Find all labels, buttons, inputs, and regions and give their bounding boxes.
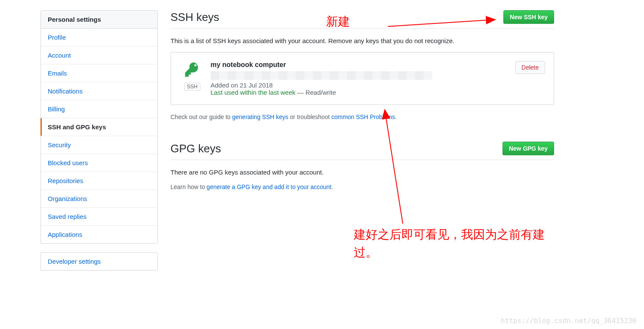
gpg-learn-text: Learn how to generate a GPG key and add … (170, 183, 554, 190)
annotation-built: 建好之后即可看见，我因为之前有建过。 (354, 226, 558, 262)
gpg-description: There are no GPG keys associated with yo… (170, 169, 554, 176)
ssh-key-details: my notebook computer Added on 21 Jul 201… (211, 61, 508, 96)
redacted-fingerprint (211, 71, 432, 80)
ssh-key-icon-column: SSH (182, 61, 203, 90)
sidebar-item-account[interactable]: Account (41, 47, 157, 64)
main-content: SSH keys New SSH key This is a list of S… (158, 10, 567, 279)
sidebar-item-billing[interactable]: Billing (41, 100, 157, 118)
common-ssh-problems-link[interactable]: common SSH Problems (331, 114, 395, 120)
ssh-description: This is a list of SSH keys associated wi… (170, 37, 554, 44)
key-icon (184, 61, 201, 79)
sidebar-item-organizations[interactable]: Organizations (41, 190, 157, 208)
ssh-key-access-mode: Read/write (306, 89, 336, 96)
sidebar-item-repositories[interactable]: Repositories (41, 172, 157, 190)
ssh-key-item: SSH my notebook computer Added on 21 Jul… (170, 52, 554, 105)
sidebar-item-saved-replies[interactable]: Saved replies (41, 208, 157, 226)
sidebar-item-ssh-gpg-keys[interactable]: SSH and GPG keys (41, 118, 157, 136)
ssh-guide-text: Check out our guide to generating SSH ke… (170, 114, 554, 120)
ssh-section-header: SSH keys New SSH key (170, 10, 554, 29)
annotation-arrow-built (381, 108, 407, 228)
sidebar-item-emails[interactable]: Emails (41, 64, 157, 82)
sidebar-item-profile[interactable]: Profile (41, 29, 157, 47)
gpg-section-title: GPG keys (170, 142, 221, 155)
personal-settings-menu: Personal settings Profile Account Emails… (40, 10, 158, 244)
ssh-key-added-date: Added on 21 Jul 2018 (211, 82, 508, 89)
ssh-key-last-used: Last used within the last week — Read/wr… (211, 89, 508, 96)
svg-line-1 (385, 111, 403, 224)
new-gpg-key-button[interactable]: New GPG key (502, 142, 554, 155)
ssh-key-last-used-time: Last used within the last week (211, 89, 295, 96)
ssh-badge: SSH (184, 83, 201, 90)
developer-settings-menu: Developer settings (40, 252, 158, 271)
ssh-key-fingerprint (211, 71, 508, 80)
settings-sidebar: Personal settings Profile Account Emails… (40, 10, 158, 279)
new-ssh-key-button[interactable]: New SSH key (503, 10, 554, 24)
delete-ssh-key-button[interactable]: Delete (515, 61, 545, 74)
sidebar-item-blocked-users[interactable]: Blocked users (41, 154, 157, 172)
sidebar-item-applications[interactable]: Applications (41, 226, 157, 243)
ssh-key-title: my notebook computer (211, 61, 508, 69)
sidebar-item-security[interactable]: Security (41, 136, 157, 154)
sidebar-item-developer-settings[interactable]: Developer settings (41, 253, 157, 270)
sidebar-header: Personal settings (41, 11, 157, 29)
generating-ssh-keys-link[interactable]: generating SSH keys (232, 114, 289, 120)
ssh-section-title: SSH keys (170, 11, 219, 24)
generate-gpg-key-link[interactable]: generate a GPG key and add it to your ac… (207, 183, 332, 190)
sidebar-item-notifications[interactable]: Notifications (41, 82, 157, 100)
gpg-section-header: GPG keys New GPG key (170, 142, 554, 160)
